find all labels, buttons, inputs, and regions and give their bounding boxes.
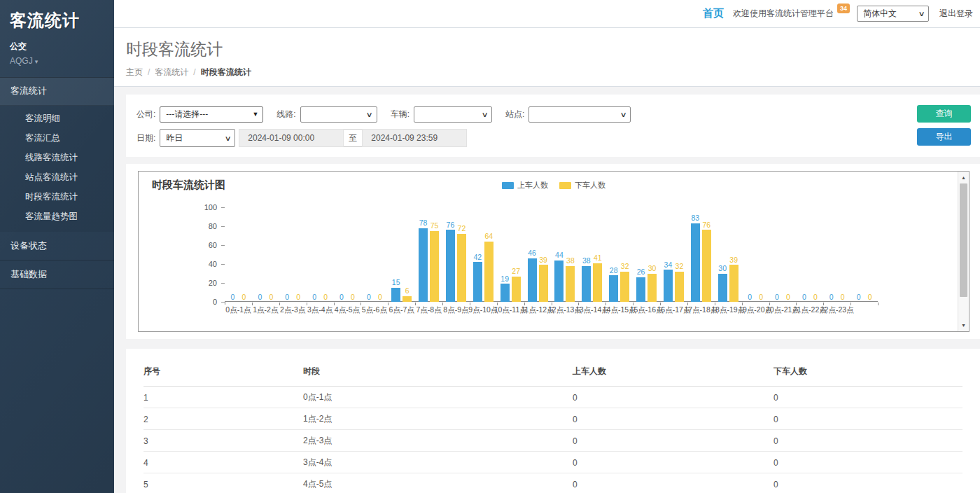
company-select-value: ---请选择--- [166,109,208,120]
chart-scrollbar[interactable]: ▲ ▼ [958,172,969,331]
y-axis-tick [221,302,225,303]
vehicle-select[interactable]: ∨ [414,106,492,123]
bar-value-label: 38 [582,257,591,265]
alighting-bar[interactable]: 76 [702,230,711,302]
breadcrumb: 主页/客流统计/时段客流统计 [126,67,980,78]
legend-item[interactable]: 上车人数 [502,180,548,190]
boarding-bar[interactable]: 42 [473,262,482,302]
table-cell: 0 [774,387,962,408]
alighting-bar[interactable]: 75 [430,231,439,302]
alighting-bar[interactable]: 6 [402,296,412,302]
bar-value-label: 0 [802,293,806,301]
alighting-bar[interactable]: 32 [675,272,684,302]
bar-value-label: 15 [392,279,400,286]
bar-value-label: 78 [419,219,428,227]
sidebar-section-base-data[interactable]: 基础数据 [0,261,114,289]
scrollbar-thumb[interactable] [960,183,967,297]
chart-legend: 上车人数下车人数 [502,180,606,190]
table-cell: 0 [774,473,962,493]
boarding-bar[interactable]: 76 [446,230,455,302]
bar-value-label: 0 [269,293,273,301]
home-link[interactable]: 首页 [703,7,724,20]
legend-label: 下车人数 [575,180,606,190]
alighting-bar[interactable]: 32 [620,272,629,302]
boarding-bar[interactable]: 38 [582,266,591,302]
x-axis-tick-label: 6点-7点 [389,305,414,315]
bar-group: 443812点-13点 [552,207,579,302]
alighting-bar[interactable]: 30 [648,274,657,303]
table-cell: 0 [573,473,774,493]
alighting-bar[interactable]: 39 [539,265,548,302]
date-preset-select[interactable]: 昨日 ∨ [160,129,235,147]
start-datetime-input[interactable]: 2024-01-09 00:00 [239,129,344,147]
sidebar-section-passenger-flow[interactable]: 客流统计 [0,77,114,106]
breadcrumb-item[interactable]: 主页 [126,67,143,77]
boarding-bar[interactable]: 46 [528,258,537,302]
notification-badge[interactable]: 34 [837,4,850,13]
sidebar: 客流统计 公交 AQGJ▾ 客流统计 客流明细客流汇总线路客流统计站点客流统计时… [0,0,114,493]
bar-group: 0022点-23点 [823,207,850,302]
export-button[interactable]: 导出 [917,128,971,146]
sidebar-subitem[interactable]: 线路客流统计 [0,148,114,168]
bar-group: 42649点-10点 [470,207,497,302]
boarding-bar[interactable]: 78 [419,228,428,302]
sidebar-subitem[interactable]: 客流汇总 [0,129,114,148]
alighting-bar[interactable]: 27 [512,277,521,302]
table-cell: 0 [774,452,962,473]
logout-link[interactable]: 退出登录 [939,8,973,20]
sidebar-subitem[interactable]: 客流量趋势图 [0,207,114,227]
boarding-bar[interactable]: 26 [636,277,645,302]
alighting-bar[interactable]: 72 [457,234,466,302]
company-select[interactable]: ---请选择--- ▼ [160,106,263,123]
bar-value-label: 0 [841,293,845,301]
boarding-bar[interactable]: 30 [718,274,727,303]
table-cell: 0 [774,430,962,452]
alighting-bar[interactable]: 64 [484,242,493,302]
x-axis-tick-label: 8点-9点 [443,305,468,315]
sidebar-subitem[interactable]: 时段客流统计 [0,188,114,207]
end-datetime-input[interactable]: 2024-01-09 23:59 [362,129,467,147]
bar-value-label: 0 [748,293,752,301]
date-preset-value: 昨日 [166,132,183,144]
sidebar-subitem[interactable]: 客流明细 [0,109,114,129]
welcome-text: 欢迎使用客流统计管理平台 [733,8,834,20]
table-cell: 5 [144,473,303,493]
breadcrumb-item[interactable]: 客流统计 [155,67,188,77]
alighting-bar[interactable]: 41 [593,263,602,302]
boarding-bar[interactable]: 28 [609,275,618,302]
sidebar-section-device-status[interactable]: 设备状态 [0,232,114,261]
boarding-bar[interactable]: 15 [391,288,400,302]
line-select[interactable]: ∨ [300,106,377,123]
bar-group: 263015点-16点 [633,207,660,302]
boarding-bar[interactable]: 19 [500,284,510,302]
page-title: 时段客流统计 [126,39,980,60]
boarding-bar[interactable]: 83 [691,223,700,302]
bar-value-label: 39 [539,256,547,264]
legend-item[interactable]: 下车人数 [559,180,606,190]
alighting-bar[interactable]: 38 [566,266,575,302]
company-label: 公司: [136,109,155,120]
scrollbar-up-icon[interactable]: ▲ [958,172,969,183]
language-select[interactable]: 简体中文 ∨ [857,6,929,22]
query-button[interactable]: 查询 [917,105,971,123]
table-cell: 4 [144,452,303,473]
boarding-bar[interactable]: 34 [664,270,673,302]
sidebar-subitem[interactable]: 站点客流统计 [0,168,114,188]
table-cell: 2 [144,408,303,430]
bar-group: 283214点-15点 [606,207,633,302]
scrollbar-down-icon[interactable]: ▼ [958,320,969,331]
alighting-bar[interactable]: 39 [729,265,738,302]
legend-swatch-icon [559,182,571,189]
bar-value-label: 72 [458,225,466,232]
table-row: 32点-3点00 [144,430,962,452]
bar-value-label: 27 [512,268,520,275]
y-axis-tick-label: 80 [193,223,217,230]
station-select[interactable]: ∨ [528,106,631,123]
boarding-bar[interactable]: 44 [554,261,564,302]
bar-group: 78757点-8点 [415,207,442,302]
x-axis-tick-label: 7点-8点 [416,305,441,315]
user-dropdown[interactable]: AQGJ▾ [10,56,104,66]
bar-value-label: 6 [405,287,410,295]
date-range-to-label: 至 [344,129,362,147]
bar-group: 303918点-19点 [715,207,742,302]
